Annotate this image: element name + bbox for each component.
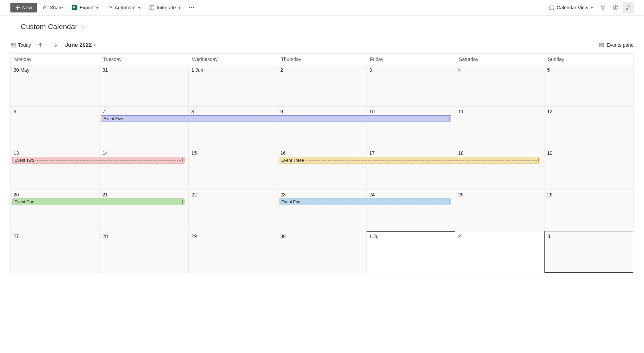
- calendar-day[interactable]: 11: [455, 106, 544, 148]
- event-title: Event Three: [281, 158, 305, 163]
- calendar-day[interactable]: 1 Jul: [367, 231, 455, 273]
- today-icon: [10, 42, 16, 48]
- calendar-day[interactable]: 21: [100, 189, 188, 231]
- day-number: 17: [369, 150, 452, 156]
- calendar-day[interactable]: 6: [11, 106, 100, 148]
- calendar-day[interactable]: 2: [277, 65, 366, 106]
- more-button[interactable]: [186, 2, 197, 13]
- events-pane-button[interactable]: Events pane: [599, 42, 634, 48]
- day-number: 2: [280, 67, 363, 73]
- calendar-day[interactable]: 14: [100, 148, 188, 189]
- calendar-day[interactable]: 10: [367, 106, 455, 148]
- calendar-day[interactable]: 22: [189, 189, 277, 231]
- command-bar: New Share Export ▾ Automate ▾ Integrate …: [0, 0, 644, 16]
- calendar-day[interactable]: 18: [455, 148, 544, 189]
- event-end-marker: [182, 200, 183, 204]
- calendar-day[interactable]: 9: [277, 106, 366, 148]
- next-button[interactable]: [50, 40, 60, 50]
- day-number: 1 Jun: [191, 67, 274, 73]
- calendar-day[interactable]: 19: [544, 148, 633, 189]
- calendar-day[interactable]: 30: [277, 231, 366, 273]
- calendar-day[interactable]: 17: [367, 148, 455, 189]
- collapse-button[interactable]: [622, 2, 634, 13]
- calendar-day[interactable]: 8: [189, 106, 277, 148]
- event-end-marker: [449, 117, 449, 121]
- collapse-icon: [625, 5, 631, 10]
- calendar-nav: Today June 2022 ▾ Events pane: [0, 35, 644, 53]
- calendar-week: 13141516171819: [11, 148, 633, 189]
- share-button[interactable]: Share: [39, 3, 66, 12]
- calendar-day[interactable]: 29: [189, 231, 277, 273]
- calendar-day[interactable]: 12: [544, 106, 633, 148]
- calendar-day[interactable]: 30 May: [11, 65, 100, 106]
- calendar-day[interactable]: 26: [544, 189, 633, 231]
- calendar-icon: [549, 5, 555, 10]
- day-number: 11: [458, 109, 541, 114]
- weekday-label: Monday: [11, 54, 100, 65]
- share-icon: [42, 5, 48, 10]
- arrow-down-icon: [53, 43, 58, 47]
- calendar-day[interactable]: 20: [11, 189, 100, 231]
- day-number: 18: [458, 150, 541, 156]
- day-number: 23: [280, 192, 363, 197]
- calendar-event[interactable]: Event Five: [101, 115, 451, 122]
- automate-button[interactable]: Automate ▾: [104, 3, 144, 12]
- view-selector-button[interactable]: Calendar View ▾: [546, 3, 596, 12]
- more-icon: [189, 7, 194, 8]
- calendar-event[interactable]: Event One: [12, 198, 184, 205]
- calendar-day[interactable]: 25: [455, 189, 544, 231]
- calendar-day[interactable]: 31: [100, 65, 188, 106]
- chevron-down-icon: ▾: [94, 43, 96, 47]
- page-header: Custom Calendar ☆: [10, 16, 634, 35]
- export-button[interactable]: Export ▾: [68, 3, 101, 12]
- today-button[interactable]: Today: [10, 42, 31, 48]
- day-number: 28: [102, 233, 185, 239]
- integrate-button[interactable]: Integrate ▾: [146, 3, 184, 12]
- info-button[interactable]: [610, 2, 621, 13]
- event-title: Event One: [15, 200, 36, 204]
- calendar-day[interactable]: 23: [277, 189, 366, 231]
- calendar-day[interactable]: 16: [277, 148, 366, 189]
- calendar-day[interactable]: 3: [367, 65, 455, 106]
- today-button-label: Today: [18, 42, 31, 48]
- page-title: Custom Calendar: [21, 23, 77, 31]
- calendar-day[interactable]: 27: [11, 231, 100, 273]
- calendar-day[interactable]: 4: [455, 65, 544, 106]
- calendar-day[interactable]: 24: [367, 189, 455, 231]
- automate-button-label: Automate: [115, 5, 136, 10]
- day-number: 8: [191, 109, 274, 114]
- weekday-label: Sunday: [544, 54, 633, 65]
- event-end-marker: [449, 200, 449, 204]
- calendar-week: 6789101112: [11, 106, 633, 148]
- calendar-day[interactable]: 13: [11, 148, 100, 189]
- calendar-day[interactable]: 15: [189, 148, 277, 189]
- calendar-day[interactable]: 28: [100, 231, 188, 273]
- svg-point-1: [189, 7, 190, 8]
- new-button[interactable]: New: [10, 3, 37, 12]
- day-number: 31: [102, 67, 185, 73]
- weekday-label: Friday: [367, 54, 455, 65]
- day-number: 5: [547, 67, 630, 73]
- prev-button[interactable]: [36, 40, 45, 50]
- view-selector-label: Calendar View: [557, 5, 588, 10]
- svg-rect-6: [11, 43, 15, 47]
- day-number: 25: [458, 192, 541, 197]
- integrate-icon: [149, 5, 155, 10]
- month-picker[interactable]: June 2022 ▾: [65, 42, 95, 48]
- calendar-day[interactable]: 2: [455, 231, 544, 273]
- calendar-event[interactable]: Event Two: [12, 157, 184, 164]
- favorite-star-icon[interactable]: ☆: [81, 24, 86, 30]
- calendar-event[interactable]: Event Four: [279, 198, 451, 205]
- day-number: 30 May: [14, 67, 96, 73]
- calendar-day[interactable]: 5: [544, 65, 633, 106]
- weekday-label: Saturday: [455, 54, 544, 65]
- filter-button[interactable]: [598, 2, 609, 13]
- svg-point-3: [193, 7, 194, 8]
- calendar-day[interactable]: 3: [544, 231, 633, 273]
- svg-rect-4: [550, 6, 554, 10]
- calendar-day[interactable]: 1 Jun: [189, 65, 277, 106]
- calendar-week: 272829301 Jul23: [11, 231, 633, 273]
- calendar-event[interactable]: Event Three: [279, 157, 540, 164]
- event-title: Event Four: [281, 200, 303, 204]
- calendar-day[interactable]: 7: [100, 106, 188, 148]
